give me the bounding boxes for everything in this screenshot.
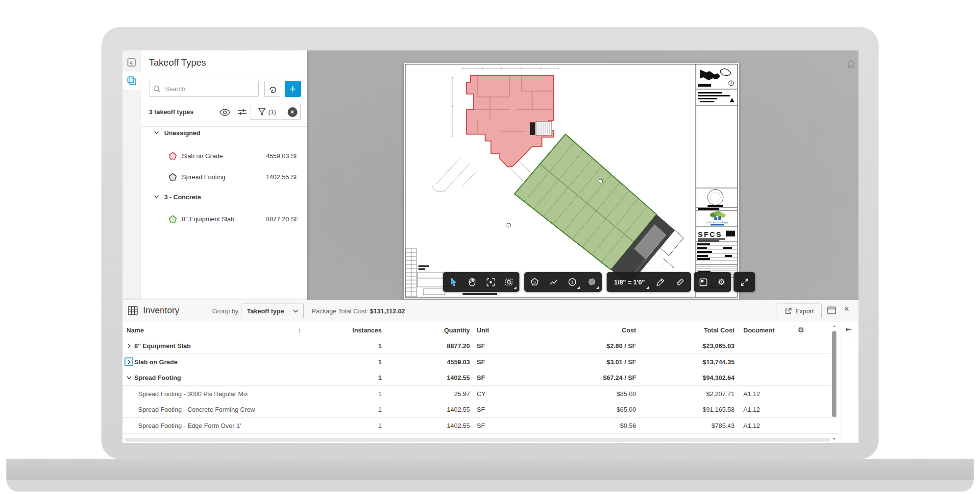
takeoff-count: 3 takeoff types xyxy=(149,108,194,116)
takeoff-types-panel: Takeoff Types + 3 takeoff types xyxy=(122,50,307,300)
table-row[interactable]: Spread Footing 1 1402.55 SF $67.24 / SF … xyxy=(122,370,838,386)
zoom-to-selection-tool[interactable] xyxy=(482,274,499,290)
column-unit[interactable]: Unit xyxy=(477,322,501,338)
horizontal-scrollbar[interactable] xyxy=(124,438,830,442)
calibrate-tool[interactable] xyxy=(652,274,669,290)
takeoff-type-name: Spread Footing xyxy=(182,173,225,181)
takeoff-type-name: 8" Equipment Slab xyxy=(182,215,234,223)
takeoff-type-quantity: 1402.55 SF xyxy=(266,173,299,181)
column-instances[interactable]: Instances xyxy=(333,322,382,338)
collapse-columns-icon[interactable]: ⇤ xyxy=(846,325,852,334)
takeoff-type-quantity: 4559.03 SF xyxy=(266,152,299,160)
scroll-up-icon[interactable]: ▲ xyxy=(832,324,837,328)
column-total-cost[interactable]: Total Cost xyxy=(663,322,735,338)
table-column-headers: Name ↑ Instances Quantity Unit Cost Tota… xyxy=(122,322,858,338)
chevron-down-icon xyxy=(154,195,159,199)
column-quantity[interactable]: Quantity xyxy=(414,322,470,338)
group-by-label: Group by xyxy=(212,307,238,315)
screenshot-tool[interactable] xyxy=(695,274,712,290)
table-row[interactable]: 8" Equipment Slab 1 8877.20 SF $2.60 / S… xyxy=(122,338,838,354)
pentagon-icon xyxy=(169,152,177,160)
pentagon-icon xyxy=(169,173,177,181)
takeoff-type-name: Slab on Grade xyxy=(182,152,223,160)
chevron-down-icon xyxy=(293,309,298,313)
inventory-panel: Inventory Group by Takeoff type Package … xyxy=(122,300,858,443)
panel-title: Takeoff Types xyxy=(149,57,206,68)
column-name[interactable]: Name xyxy=(126,322,144,338)
inventory-header: Inventory Group by Takeoff type Package … xyxy=(122,300,858,323)
takeoff-type-item[interactable]: Slab on Grade 4559.03 SF xyxy=(141,145,307,166)
toolbar-takeoff-group: 1 xyxy=(524,272,602,292)
table-row[interactable]: Slab on Grade 1 4559.03 SF $3.01 / SF $1… xyxy=(122,354,838,370)
group-row-concrete[interactable]: 3 - Concrete xyxy=(141,189,307,204)
export-button[interactable]: Export xyxy=(777,304,822,318)
group-label: Unassigned xyxy=(164,129,200,137)
select-tool[interactable] xyxy=(445,274,462,290)
takeoff-type-item[interactable]: Spread Footing 1402.55 SF xyxy=(141,166,307,187)
pentagon-icon xyxy=(169,215,177,223)
collapse-chevron-icon[interactable] xyxy=(124,373,133,382)
count-tool[interactable]: 1 xyxy=(564,274,581,290)
sfcs-logo: SFCS xyxy=(698,230,722,238)
clear-filter-x-icon: × xyxy=(288,107,297,117)
sort-ascending-icon[interactable]: ↑ xyxy=(298,322,301,338)
export-icon xyxy=(784,307,792,315)
group-by-dropdown[interactable]: Takeoff type xyxy=(242,304,304,318)
clear-filter-button[interactable]: × xyxy=(284,104,300,119)
dropdown-corner xyxy=(596,286,599,289)
scale-selector[interactable]: 1/8" = 1'0" xyxy=(609,274,650,290)
filter-count: (1) xyxy=(269,108,276,116)
group-label: 3 - Concrete xyxy=(164,193,201,201)
toolbar-navigation-group xyxy=(443,272,519,292)
takeoff-type-item[interactable]: 8" Equipment Slab 8877.20 SF xyxy=(141,209,307,229)
polygon-tool[interactable] xyxy=(526,274,543,290)
table-row[interactable]: Spread Footing - 3000 Psi Regular Mix 1 … xyxy=(122,386,838,402)
expand-chevron-icon[interactable] xyxy=(124,341,133,350)
filter-button[interactable]: (1) xyxy=(250,104,284,119)
chevron-down-icon xyxy=(154,131,159,135)
settings-gear-icon[interactable]: ⚙ xyxy=(713,274,730,290)
visibility-eye-icon[interactable] xyxy=(219,106,231,118)
drawing-sheet[interactable]: john knox village SFCS A1.12 xyxy=(404,63,739,299)
funnel-icon xyxy=(258,108,266,116)
table-row[interactable]: Spread Footing - Edge Form Over 1' 1 140… xyxy=(122,418,838,434)
close-icon[interactable]: × xyxy=(844,304,849,313)
pan-tool[interactable] xyxy=(464,274,480,290)
toolbar-fullscreen-group xyxy=(734,272,755,292)
dropdown-corner xyxy=(646,286,649,289)
column-document[interactable]: Document xyxy=(743,322,783,338)
scroll-down-icon[interactable]: ▼ xyxy=(832,437,837,441)
home-icon[interactable] xyxy=(845,58,857,70)
vertical-scrollbar[interactable]: ▲ ▼ xyxy=(832,324,837,441)
takeoff-types-icon[interactable] xyxy=(122,71,141,90)
expand-panel-icon[interactable] xyxy=(827,306,836,316)
group-row-unassigned[interactable]: Unassigned xyxy=(141,125,307,140)
dropdown-corner xyxy=(514,286,516,289)
svg-text:john knox village: john knox village xyxy=(706,221,729,224)
search-input-wrap xyxy=(149,81,259,97)
polyline-tool[interactable] xyxy=(545,274,562,290)
ruler-tool[interactable] xyxy=(672,274,688,290)
search-icon xyxy=(153,85,161,93)
screenshot-stage: Takeoff Types + 3 takeoff types xyxy=(0,0,980,494)
expand-chevron-icon[interactable] xyxy=(124,357,133,366)
scrollbar-thumb[interactable] xyxy=(832,331,836,417)
laptop-base-lip xyxy=(6,480,974,492)
toolbar-view-group: ⚙ xyxy=(694,272,731,292)
assign-history-button[interactable] xyxy=(264,81,280,97)
table-icon xyxy=(128,306,138,317)
display-settings-icon[interactable] xyxy=(236,106,248,118)
add-takeoff-type-button[interactable]: + xyxy=(285,81,301,97)
package-total-cost: Package Total Cost: $131,112.02 xyxy=(312,307,405,315)
column-cost[interactable]: Cost xyxy=(572,322,636,338)
toolbar-measure-group: 1/8" = 1'0" xyxy=(607,272,691,292)
sheets-icon[interactable] xyxy=(122,53,141,71)
highlight-tool[interactable] xyxy=(583,274,600,290)
column-settings-gear-icon[interactable]: ⚙ xyxy=(798,326,804,334)
table-row[interactable]: Spread Footing - Concrete Forming Crew 1… xyxy=(122,401,838,418)
fullscreen-icon[interactable] xyxy=(736,274,753,290)
inventory-title: Inventory xyxy=(143,306,179,316)
laptop-base xyxy=(6,459,974,480)
zoom-window-tool[interactable] xyxy=(501,274,517,290)
search-input[interactable] xyxy=(164,85,254,93)
